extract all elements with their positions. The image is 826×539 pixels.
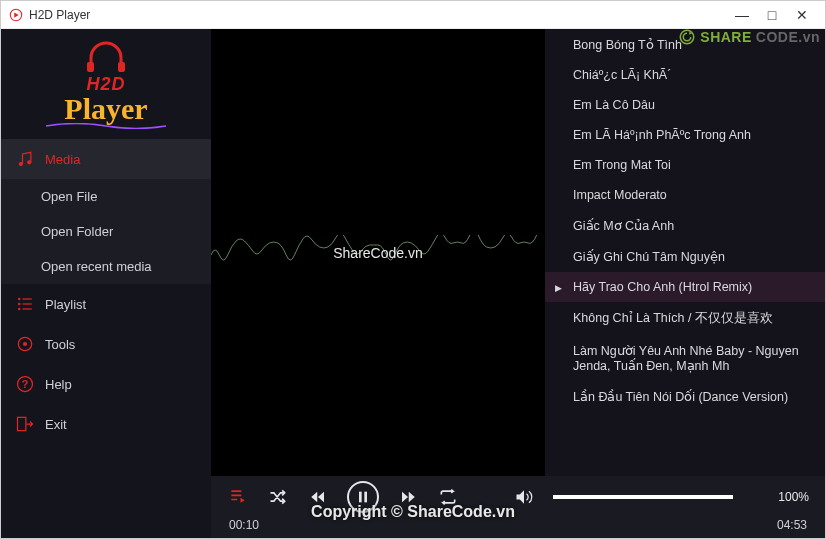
duration-time: 04:53 [777, 518, 807, 532]
svg-point-5 [27, 160, 31, 164]
svg-point-8 [18, 303, 21, 306]
playlist-item[interactable]: Giấc Mơ Của Anh [545, 210, 825, 241]
svg-point-10 [18, 308, 21, 311]
nav-playlist[interactable]: Playlist [1, 284, 211, 324]
maximize-button[interactable]: □ [757, 7, 787, 23]
playlist-item[interactable]: Không Chỉ Là Thích / 不仅仅是喜欢 [545, 302, 825, 335]
svg-point-4 [19, 162, 23, 166]
controls-bar: 100% 00:10 04:53 [211, 476, 825, 538]
help-icon: ? [15, 374, 35, 394]
exit-icon [15, 414, 35, 434]
svg-marker-18 [311, 492, 317, 503]
now-playing-button[interactable] [227, 486, 249, 508]
playlist-item[interactable]: Em Là Cô Dâu [545, 90, 825, 120]
open-recent-media[interactable]: Open recent media [1, 249, 211, 284]
volume-slider[interactable] [553, 495, 733, 499]
close-button[interactable]: ✕ [787, 7, 817, 23]
volume-button[interactable] [513, 486, 535, 508]
elapsed-time: 00:10 [229, 518, 259, 532]
nav-playlist-label: Playlist [45, 297, 86, 312]
playlist-item[interactable]: Chiáº¿c LÃ¡ KhÃ´ [545, 60, 825, 90]
svg-point-6 [18, 298, 21, 301]
svg-text:?: ? [22, 378, 29, 390]
playlist-item[interactable]: Impact Moderato [545, 180, 825, 210]
volume-percent: 100% [778, 490, 809, 504]
nav-exit[interactable]: Exit [1, 404, 211, 444]
playlist-item[interactable]: Em LÃ Háº¡nh PhÃºc Trong Anh [545, 120, 825, 150]
nav-media-label: Media [45, 152, 80, 167]
shuffle-button[interactable] [267, 486, 289, 508]
svg-marker-19 [318, 492, 324, 503]
svg-rect-16 [18, 417, 26, 430]
window-title: H2D Player [29, 8, 727, 22]
open-file[interactable]: Open File [1, 179, 211, 214]
playlist-item[interactable]: Lần Đầu Tiên Nói Dối (Dance Version) [545, 381, 825, 412]
nav-tools-label: Tools [45, 337, 75, 352]
svg-rect-20 [359, 492, 362, 503]
logo-player-text: Player [64, 92, 147, 125]
svg-marker-1 [14, 12, 18, 17]
logo-underline [46, 123, 166, 129]
play-pause-button[interactable] [347, 481, 379, 513]
headphones-icon [81, 40, 131, 74]
visualizer-overlay-text: ShareCode.vn [333, 245, 423, 261]
tools-icon [15, 334, 35, 354]
logo-h2d-text: H2D [86, 74, 125, 94]
nav-help[interactable]: ? Help [1, 364, 211, 404]
prev-button[interactable] [307, 486, 329, 508]
app-logo: H2D Player [1, 29, 211, 139]
svg-rect-3 [118, 62, 125, 72]
svg-marker-22 [402, 492, 408, 503]
svg-marker-24 [517, 490, 525, 503]
svg-marker-23 [409, 492, 415, 503]
playlist-panel[interactable]: Bong Bóng Tỏ TìnhChiáº¿c LÃ¡ KhÃ´Em Là C… [545, 29, 825, 476]
repeat-button[interactable] [437, 486, 459, 508]
svg-rect-21 [364, 492, 367, 503]
playlist-item[interactable]: Bong Bóng Tỏ Tình [545, 29, 825, 60]
media-submenu: Open File Open Folder Open recent media [1, 179, 211, 284]
app-icon [9, 8, 23, 22]
svg-rect-2 [87, 62, 94, 72]
svg-marker-17 [241, 498, 245, 503]
nav-tools[interactable]: Tools [1, 324, 211, 364]
open-folder[interactable]: Open Folder [1, 214, 211, 249]
svg-point-13 [23, 342, 27, 346]
playlist-item[interactable]: Giấy Ghi Chú Tâm Nguyện [545, 241, 825, 272]
minimize-button[interactable]: — [727, 7, 757, 23]
playlist-item[interactable]: Làm Người Yêu Anh Nhé Baby - Nguyen Jend… [545, 335, 825, 381]
next-button[interactable] [397, 486, 419, 508]
nav-media[interactable]: Media [1, 139, 211, 179]
music-note-icon [15, 149, 35, 169]
playlist-item[interactable]: Hãy Trao Cho Anh (Htrol Remix) [545, 272, 825, 302]
playlist-item[interactable]: Em Trong Mat Toi [545, 150, 825, 180]
playlist-icon [15, 294, 35, 314]
title-bar: H2D Player — □ ✕ [1, 1, 825, 29]
visualizer: ShareCode.vn [211, 29, 545, 476]
nav-exit-label: Exit [45, 417, 67, 432]
nav-help-label: Help [45, 377, 72, 392]
sidebar: H2D Player Media Open File Open Folder O… [1, 29, 211, 538]
